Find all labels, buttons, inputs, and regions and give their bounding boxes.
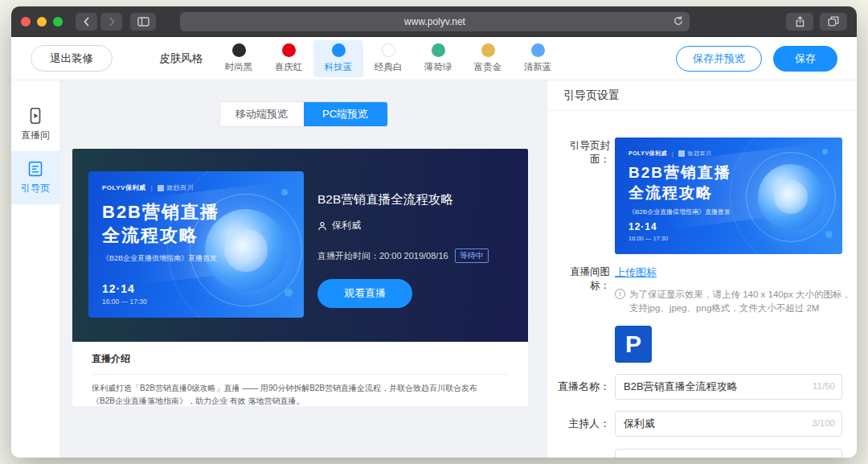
zoom-window-button[interactable] <box>53 17 63 27</box>
editor-menu-insert[interactable]: 插入 <box>713 456 732 458</box>
forward-button[interactable] <box>100 13 122 31</box>
skin-option-mint-green[interactable]: 薄荷绿 <box>413 40 463 77</box>
editor-menu-edit[interactable]: 编辑 <box>653 456 673 458</box>
banner-subtitle: 《B2B企业直播倍增指南》直播首发 <box>102 253 290 264</box>
sidebar-item-live-room[interactable]: 直播间 <box>11 98 59 151</box>
traffic-lights <box>21 17 63 27</box>
banner-logos: POLYV保利威 | 致趋百川 <box>628 150 829 158</box>
browser-chrome: www.polyv.net <box>11 6 857 37</box>
swatch-label: 清新蓝 <box>524 61 552 73</box>
swatch-label: 喜庆红 <box>275 61 303 73</box>
live-title: B2B营销直播全流程攻略 <box>317 191 514 208</box>
partner-logo-icon <box>158 185 164 191</box>
live-name-label: 直播名称： <box>552 380 610 394</box>
host-label: 主持人： <box>552 417 610 431</box>
session-info: B2B营销直播全流程攻略 保利威 直播开始时间：20:00 2019/08/16… <box>317 191 514 308</box>
banner-subtitle: 《B2B企业直播倍增指南》直播首发 <box>628 207 829 216</box>
editor-menu-file[interactable]: 文件 <box>624 456 643 458</box>
host-name: 保利威 <box>332 219 361 232</box>
skin-style-label: 皮肤风格 <box>159 51 203 66</box>
swatch-label: 科技蓝 <box>325 61 353 73</box>
sidebar-item-label: 直播间 <box>21 129 50 142</box>
preview-device-tabs: 移动端预览 PC端预览 <box>220 102 387 126</box>
skin-option-white[interactable]: 经典白 <box>363 40 413 77</box>
minimize-window-button[interactable] <box>37 17 47 27</box>
watch-live-button[interactable]: 观看直播 <box>317 279 412 308</box>
skin-option-gold[interactable]: 富贵金 <box>463 40 513 77</box>
save-and-preview-button[interactable]: 保存并预览 <box>676 46 762 72</box>
banner-time: 16:00 — 17:30 <box>102 298 290 306</box>
decoration-toolbar: 退出装修 皮肤风格 时尚黑 喜庆红 科技蓝 经典白 薄荷绿 <box>11 37 857 80</box>
banner-time: 16:00 — 17:30 <box>628 235 829 242</box>
skin-swatch-group: 时尚黑 喜庆红 科技蓝 经典白 薄荷绿 富贵金 <box>214 40 563 77</box>
gold-swatch <box>481 43 495 57</box>
url-text: www.polyv.net <box>404 16 465 27</box>
status-badge: 等待中 <box>455 248 489 263</box>
current-room-icon[interactable]: P <box>615 326 652 363</box>
upload-icon-link[interactable]: 上传图标 <box>615 266 657 278</box>
info-icon: i <box>615 289 625 299</box>
sidebar-item-guide-page[interactable]: 引导页 <box>11 151 59 204</box>
blue-swatch <box>332 43 346 57</box>
browser-window: www.polyv.net 退出装修 皮肤风格 时尚黑 喜庆红 <box>11 6 857 458</box>
guide-page-icon <box>27 160 44 178</box>
exit-decoration-button[interactable]: 退出装修 <box>31 45 113 72</box>
preview-area: 移动端预览 PC端预览 POLYV保利威 <box>60 80 547 458</box>
tab-pc-preview[interactable]: PC端预览 <box>304 102 387 126</box>
partner-logo: 致趋百川 <box>166 183 194 192</box>
room-icon-label: 直播间图标： <box>552 265 610 363</box>
intro-heading: 直播介绍 <box>92 352 509 366</box>
banner-logos: POLYV保利威 | 致趋百川 <box>102 183 290 192</box>
share-button[interactable] <box>786 13 813 31</box>
editor-menu-format[interactable]: 格式 <box>743 456 762 458</box>
logo-separator: | <box>672 151 674 157</box>
room-intro-label: 直播间介绍： <box>552 449 610 458</box>
green-swatch <box>432 43 445 57</box>
partner-logo-icon <box>678 150 685 157</box>
editor-menu-table[interactable]: 表格 <box>802 456 821 458</box>
swatch-label: 时尚黑 <box>225 61 253 73</box>
editor-menu-view[interactable]: 视图 <box>683 456 702 458</box>
intro-text: 保利威打造「B2B营销直播0级攻略」直播 —— 用90分钟拆解B2B营销直播全流… <box>92 382 487 406</box>
tab-mobile-preview[interactable]: 移动端预览 <box>220 102 304 126</box>
tabs-overview-button[interactable] <box>820 13 847 31</box>
skin-option-tech-blue[interactable]: 科技蓝 <box>313 40 363 77</box>
banner-title-line1: B2B营销直播 <box>102 200 290 224</box>
upload-hint-text: 为了保证显示效果，请上传 140 x 140px 大小的图标，支持jpg、jpe… <box>629 288 854 316</box>
save-button[interactable]: 保存 <box>773 46 837 72</box>
reload-icon[interactable] <box>673 15 684 27</box>
cover-label: 引导页封面： <box>552 138 610 254</box>
live-name-counter: 11/50 <box>813 381 835 391</box>
address-bar[interactable]: www.polyv.net <box>180 12 690 31</box>
skin-option-fresh-blue[interactable]: 清新蓝 <box>513 40 563 77</box>
host-input[interactable] <box>615 411 842 437</box>
close-window-button[interactable] <box>21 17 31 27</box>
live-cover-banner: POLYV保利威 | 致趋百川 B2B营销直播 全流程攻略 《B2B企业直播倍增… <box>88 171 304 318</box>
partner-logo: 致趋百川 <box>687 150 711 158</box>
banner-title-line1: B2B营销直播 <box>628 162 829 183</box>
swatch-label: 经典白 <box>375 61 403 73</box>
guide-cover-thumbnail[interactable]: POLYV保利威 | 致趋百川 B2B营销直播 全流程攻略 《B2B企业直播倍增… <box>615 138 842 254</box>
polyv-logo: POLYV保利威 <box>102 183 145 192</box>
polyv-logo: POLYV保利威 <box>628 150 667 158</box>
sidebar-toggle-button[interactable] <box>130 13 156 31</box>
person-icon <box>317 221 327 231</box>
preview-hero-section: POLYV保利威 | 致趋百川 B2B营销直播 全流程攻略 《B2B企业直播倍增… <box>72 149 528 342</box>
editor-menu-tools[interactable]: 工具 <box>772 456 792 458</box>
back-button[interactable] <box>76 13 97 31</box>
live-name-input[interactable] <box>615 374 842 400</box>
logo-separator: | <box>150 184 153 191</box>
banner-title-line2: 全流程攻略 <box>628 183 829 203</box>
pc-preview-card: POLYV保利威 | 致趋百川 B2B营销直播 全流程攻略 《B2B企业直播倍增… <box>72 149 528 406</box>
black-swatch <box>232 43 246 57</box>
host-counter: 3/100 <box>812 418 835 428</box>
banner-date: 12·14 <box>102 282 290 295</box>
red-swatch <box>282 43 296 57</box>
swatch-label: 富贵金 <box>474 61 502 73</box>
skin-option-black[interactable]: 时尚黑 <box>214 40 264 77</box>
white-swatch <box>382 43 395 57</box>
banner-title-line2: 全流程攻略 <box>102 224 290 247</box>
guide-page-settings-panel: 引导页设置 引导页封面： POLYV保利威 | 致趋百川 <box>547 80 857 458</box>
room-intro-editor[interactable]: 文件 编辑 视图 插入 格式 工具 表格 <box>615 449 842 458</box>
skin-option-red[interactable]: 喜庆红 <box>264 40 313 77</box>
